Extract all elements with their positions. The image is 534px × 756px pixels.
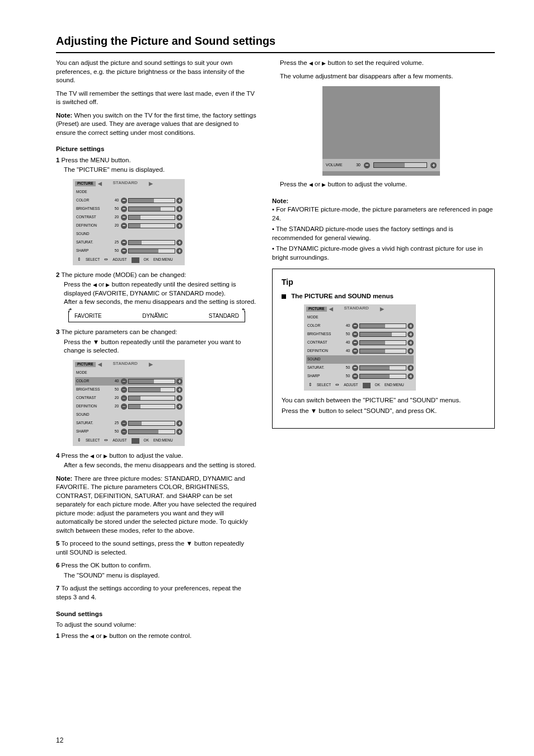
slider (128, 240, 175, 245)
plus-icon (176, 387, 182, 393)
minus-icon (121, 387, 127, 393)
minus-icon (352, 373, 358, 379)
osd-row-value: 50 (107, 387, 119, 392)
minus-icon (364, 162, 370, 168)
vol-label: VOLUME (326, 162, 348, 167)
osd-row-label: COLOR (75, 379, 105, 384)
step-3: 3 The picture parameters can be changed:… (56, 328, 257, 355)
osd-row-value: 20 (107, 396, 119, 401)
plus-icon (176, 206, 182, 212)
ok-icon (132, 438, 139, 444)
osd-row-value: 20 (107, 215, 119, 220)
step-3-body: Press the ▼ button repeatedly until the … (64, 338, 257, 355)
minus-icon (121, 240, 127, 246)
tip-head: Tip (282, 277, 485, 288)
minus-icon (121, 429, 127, 435)
step-7-num: 7 (56, 585, 59, 591)
slider-fill (129, 224, 140, 228)
plus-icon (407, 323, 414, 329)
osd-row-color: COLOR40 (75, 377, 182, 386)
slider-fill (129, 388, 161, 392)
osd-row-sharp: SHARP50 (75, 428, 182, 436)
osd-row-value: 25 (107, 240, 119, 245)
slider (359, 332, 406, 337)
step-6-num: 6 (56, 562, 59, 569)
step-1-num: 1 (56, 157, 59, 163)
step-4-b: or (96, 452, 104, 459)
r2a: Press the (280, 181, 309, 187)
step-3-text: The picture parameters can be changed: (61, 328, 177, 335)
osd-row-contrast: CONTRAST40 (306, 339, 414, 347)
osd2-right-arrow-icon (149, 361, 153, 368)
osd2-head-label: PICTURE (75, 362, 96, 367)
osd-row-sharp: SHARP50 (306, 372, 414, 381)
right-line1-body: The volume adjustment bar disappears aft… (280, 72, 495, 81)
osd2-title: STANDARD (113, 361, 138, 368)
minus-icon (121, 214, 127, 220)
osd-row-brightness: BRIGHTNESS50 (75, 205, 182, 213)
right-notes: Note: • For FAVORITE picture-mode, the p… (272, 197, 495, 262)
osd-row-label: DEFINITION (306, 349, 336, 354)
tip-sub-text: The PICTURE and SOUND menus (291, 293, 394, 299)
osd-row-value: 50 (107, 248, 119, 253)
osd1-foot-end: END:MENU (153, 257, 173, 262)
step-5: 5 To proceed to the sound settings, pres… (56, 539, 257, 557)
plus-icon (407, 331, 414, 337)
slider (128, 421, 175, 426)
note2-head: Note: (56, 475, 72, 482)
minus-icon (352, 348, 358, 354)
right-note-3: The DYNAMIC picture-mode gives a vivid h… (272, 245, 483, 261)
slider-fill (129, 215, 140, 219)
ok-icon (132, 257, 139, 263)
osd-row-label: SATURAT. (306, 365, 336, 370)
minus-icon (121, 206, 127, 212)
osd-row-sharp: SHARP50 (75, 247, 182, 255)
step-6: 6 Press the OK button to confirm. The "S… (56, 561, 257, 580)
slider (359, 374, 406, 379)
step-2-text-a: The picture mode (MODE) can be changed: (61, 271, 186, 278)
slider-fill (129, 207, 161, 211)
osdc-left-arrow-icon (329, 306, 333, 313)
osd-row-label: SHARP (75, 248, 105, 253)
osd-row-label: DEFINITION (75, 223, 105, 228)
slider (128, 206, 175, 212)
snd-step-a: Press the (62, 632, 91, 639)
plus-icon (176, 420, 182, 426)
slider (128, 215, 175, 220)
osd-row-value: 20 (107, 404, 119, 409)
left-column: You can adjust the picture and sound set… (56, 59, 257, 645)
plus-icon (176, 240, 182, 246)
slider (359, 340, 406, 345)
minus-icon (121, 420, 127, 426)
r2c: button to adjust the volume. (328, 181, 407, 187)
plus-icon (407, 365, 414, 371)
osdc-right-arrow-icon (380, 306, 384, 313)
step-4-c: button to adjust the value. (109, 452, 183, 459)
osd-row-label: DEFINITION (75, 404, 105, 409)
osd2-foot-ok: OK (144, 438, 149, 443)
right-arrow-icon (322, 59, 326, 68)
osd-row-value: 40 (339, 323, 350, 328)
osd-row-label: CONTRAST (75, 215, 105, 220)
slider-fill (360, 332, 392, 336)
osdc-foot-select: SELECT (317, 383, 331, 388)
osd-row-label: COLOR (75, 198, 105, 203)
snd-step-c: button on the remote control. (109, 632, 191, 639)
updown-icon: ⇕ (77, 257, 81, 263)
plus-icon (176, 248, 182, 254)
plus-icon (176, 198, 182, 204)
step-1: 1 Press the MENU button. The "PICTURE" m… (56, 156, 257, 175)
osd-row-value: 20 (107, 223, 119, 228)
intro-note: Note: When you switch on the TV for the … (56, 111, 257, 138)
step-6-text: Press the OK button to confirm. (62, 562, 151, 569)
osd1-foot-select: SELECT (86, 257, 100, 262)
volume-bar-screenshot: VOLUME 30 (322, 86, 440, 176)
osdc-sound-label: SOUND (306, 357, 336, 362)
osd-row-saturat.: SATURAT.25 (75, 238, 182, 247)
step-4-a: Press the (62, 452, 91, 459)
slider (128, 396, 175, 401)
step-4-num: 4 (56, 452, 59, 459)
osd-row-label: BRIGHTNESS (75, 206, 105, 212)
osd-row-label: SHARP (306, 374, 336, 379)
osd-picture-menu-2: PICTURE STANDARD MODECOLOR40BRIGHTNESS50… (73, 360, 185, 446)
